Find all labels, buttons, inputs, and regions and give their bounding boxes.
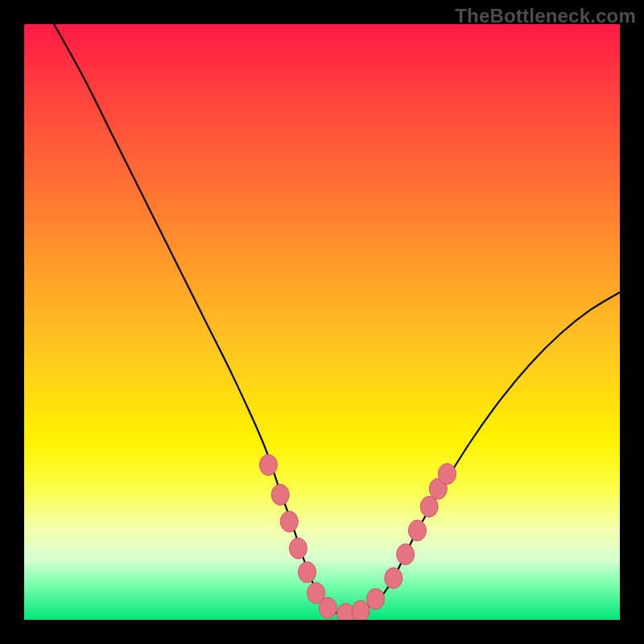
curve-marker xyxy=(408,520,426,541)
curve-marker xyxy=(367,588,385,609)
curve-marker xyxy=(271,485,289,506)
chart-svg xyxy=(24,24,620,620)
chart-plot-area xyxy=(24,24,620,620)
curve-marker xyxy=(319,597,336,618)
curve-marker xyxy=(397,544,415,565)
curve-marker xyxy=(299,562,316,583)
curve-marker xyxy=(259,455,277,476)
curve-marker xyxy=(438,464,456,485)
watermark-text: TheBottleneck.com xyxy=(455,5,636,27)
curve-marker xyxy=(385,568,402,588)
curve-marker xyxy=(420,496,438,517)
bottleneck-curve xyxy=(54,24,620,615)
curve-marker xyxy=(289,538,307,559)
curve-markers xyxy=(259,455,456,620)
curve-marker xyxy=(280,511,298,532)
chart-frame xyxy=(24,24,620,620)
curve-marker xyxy=(352,601,369,620)
